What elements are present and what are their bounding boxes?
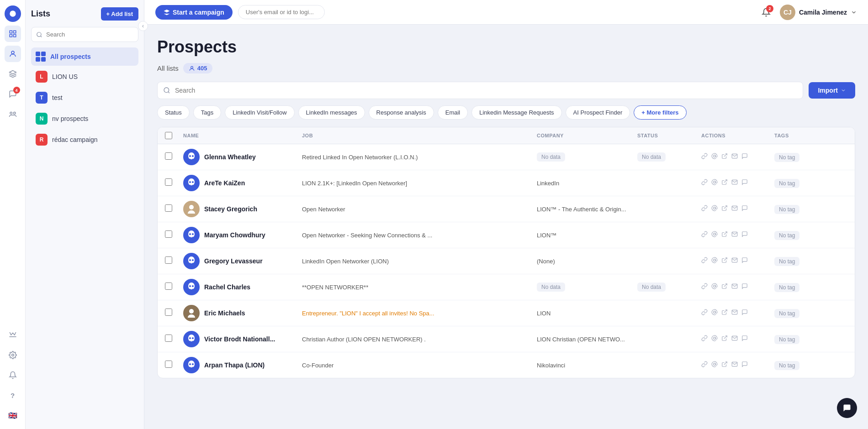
link-icon[interactable] — [701, 179, 708, 187]
filter-linkedin-visit[interactable]: LinkedIn Visit/Follow — [225, 105, 294, 120]
message-icon[interactable] — [731, 309, 738, 317]
notifications-button[interactable]: 2 — [759, 5, 773, 20]
message-icon[interactable] — [731, 153, 738, 161]
visit-icon[interactable] — [721, 257, 728, 265]
chat-icon[interactable] — [741, 335, 748, 343]
visit-icon[interactable] — [721, 205, 728, 213]
chat-icon[interactable] — [741, 361, 748, 369]
chat-icon[interactable] — [741, 205, 748, 213]
more-filters-button[interactable]: + More filters — [634, 105, 686, 120]
chat-support-button[interactable] — [837, 398, 857, 418]
message-icon[interactable] — [731, 231, 738, 239]
nav-messages[interactable]: 4 — [5, 86, 21, 102]
row-checkbox[interactable] — [165, 178, 172, 186]
add-list-button[interactable]: + Add list — [101, 7, 138, 21]
main-search-input[interactable] — [157, 82, 803, 99]
sidebar-item-redac[interactable]: R rédac campaign — [31, 130, 138, 150]
sidebar-item-nv-prospects[interactable]: N nv prospects — [31, 109, 138, 129]
filter-tags[interactable]: Tags — [193, 105, 221, 120]
user-menu[interactable]: CJ Camila Jimenez — [780, 5, 857, 20]
filter-response-analysis[interactable]: Response analysis — [369, 105, 434, 120]
chat-icon[interactable] — [741, 283, 748, 291]
nav-teams[interactable] — [5, 106, 21, 122]
row-checkbox[interactable] — [165, 283, 172, 290]
chat-icon[interactable] — [741, 309, 748, 317]
visit-icon[interactable] — [721, 335, 728, 343]
no-tag-badge[interactable]: No tag — [774, 361, 799, 370]
no-tag-badge[interactable]: No tag — [774, 179, 799, 188]
import-button[interactable]: Import — [809, 82, 855, 99]
link-icon[interactable] — [701, 335, 708, 343]
link-icon[interactable] — [701, 309, 708, 317]
filter-linkedin-messages[interactable]: LinkedIn messages — [298, 105, 365, 120]
row-checkbox[interactable] — [165, 335, 172, 342]
nav-crown[interactable] — [5, 327, 21, 343]
message-icon[interactable] — [731, 361, 738, 369]
nav-help[interactable]: ? — [5, 387, 21, 403]
filter-ai-prospect-finder[interactable]: AI Prospect Finder — [566, 105, 630, 120]
row-checkbox[interactable] — [165, 152, 172, 160]
message-icon[interactable] — [731, 283, 738, 291]
visit-icon[interactable] — [721, 283, 728, 291]
email-icon[interactable] — [711, 179, 718, 187]
filter-status[interactable]: Status — [157, 105, 190, 120]
visit-icon[interactable] — [721, 153, 728, 161]
visit-icon[interactable] — [721, 309, 728, 317]
email-icon[interactable] — [711, 283, 718, 291]
no-tag-badge[interactable]: No tag — [774, 153, 799, 162]
no-tag-badge[interactable]: No tag — [774, 283, 799, 292]
visit-icon[interactable] — [721, 361, 728, 369]
link-icon[interactable] — [701, 257, 708, 265]
nav-prospects[interactable] — [5, 46, 21, 62]
chat-icon[interactable] — [741, 231, 748, 239]
row-checkbox[interactable] — [165, 361, 172, 368]
filter-linkedin-requests[interactable]: Linkedin Message Requests — [471, 105, 561, 120]
user-login-input[interactable] — [238, 5, 325, 19]
link-icon[interactable] — [701, 361, 708, 369]
no-tag-badge[interactable]: No tag — [774, 205, 799, 214]
chat-icon[interactable] — [741, 179, 748, 187]
no-tag-badge[interactable]: No tag — [774, 257, 799, 266]
row-checkbox[interactable] — [165, 309, 172, 316]
message-icon[interactable] — [731, 179, 738, 187]
row-checkbox[interactable] — [165, 204, 172, 212]
email-icon[interactable] — [711, 257, 718, 265]
link-icon[interactable] — [701, 153, 708, 161]
link-icon[interactable] — [701, 231, 708, 239]
visit-icon[interactable] — [721, 231, 728, 239]
email-icon[interactable] — [711, 335, 718, 343]
sidebar-item-all-prospects[interactable]: All prospects — [31, 47, 138, 66]
no-tag-badge[interactable]: No tag — [774, 231, 799, 240]
message-icon[interactable] — [731, 257, 738, 265]
actions-cell — [701, 283, 774, 291]
no-tag-badge[interactable]: No tag — [774, 335, 799, 344]
sidebar-item-lion-us[interactable]: L LION US — [31, 67, 138, 87]
nav-notifications[interactable] — [5, 367, 21, 383]
nav-home[interactable] — [5, 26, 21, 42]
nav-language[interactable]: 🇬🇧 — [5, 407, 21, 424]
message-icon[interactable] — [731, 205, 738, 213]
sidebar-collapse-button[interactable]: ‹ — [138, 21, 148, 31]
sidebar-search-input[interactable] — [31, 27, 138, 42]
row-checkbox[interactable] — [165, 256, 172, 264]
link-icon[interactable] — [701, 205, 708, 213]
email-icon[interactable] — [711, 361, 718, 369]
link-icon[interactable] — [701, 283, 708, 291]
email-icon[interactable] — [711, 231, 718, 239]
select-all-checkbox[interactable] — [165, 132, 172, 139]
message-icon[interactable] — [731, 335, 738, 343]
no-tag-badge[interactable]: No tag — [774, 309, 799, 318]
lion-us-avatar: L — [36, 71, 48, 83]
chat-icon[interactable] — [741, 153, 748, 161]
filter-email[interactable]: Email — [438, 105, 468, 120]
email-icon[interactable] — [711, 205, 718, 213]
start-campaign-button[interactable]: Start a campaign — [155, 5, 233, 20]
email-icon[interactable] — [711, 309, 718, 317]
row-checkbox[interactable] — [165, 230, 172, 238]
chat-icon[interactable] — [741, 257, 748, 265]
sidebar-item-test[interactable]: T test — [31, 88, 138, 108]
nav-campaigns[interactable] — [5, 66, 21, 82]
email-icon[interactable] — [711, 153, 718, 161]
visit-icon[interactable] — [721, 179, 728, 187]
nav-settings[interactable] — [5, 347, 21, 363]
